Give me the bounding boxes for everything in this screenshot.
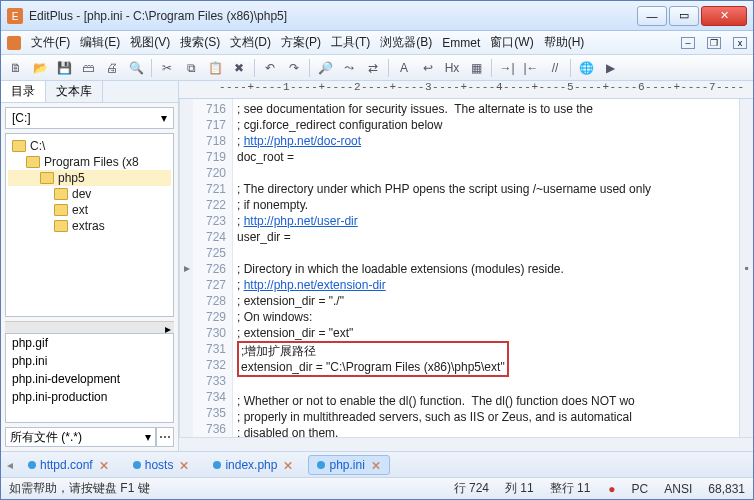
maximize-button[interactable]: ▭ [669, 6, 699, 26]
doc-tab-label: index.php [225, 458, 277, 472]
hex-button[interactable]: Hx [441, 57, 463, 79]
folder-icon [54, 188, 68, 200]
doc-tab-label: php.ini [329, 458, 364, 472]
doc-tab[interactable]: index.php⨯ [204, 455, 302, 475]
mdi-min-button[interactable]: – [681, 37, 695, 49]
record-icon[interactable]: ● [608, 482, 615, 496]
menu-emmet[interactable]: Emmet [442, 36, 480, 50]
doc-icon [317, 461, 325, 469]
cut-button[interactable]: ✂ [156, 57, 178, 79]
tree-label: C:\ [30, 139, 45, 153]
save-button[interactable]: 💾 [53, 57, 75, 79]
wrap-button[interactable]: ↩ [417, 57, 439, 79]
hscrollbar[interactable] [179, 437, 753, 451]
doc-link[interactable]: http://php.net/extension-dir [244, 278, 386, 292]
delete-button[interactable]: ✖ [228, 57, 250, 79]
menu-file[interactable]: 文件(F) [31, 34, 70, 51]
ruler: ----+----1----+----2----+----3----+----4… [179, 81, 753, 99]
mdi-restore-button[interactable]: ❐ [707, 37, 721, 49]
window-buttons: — ▭ ✕ [637, 6, 747, 26]
menu-browser[interactable]: 浏览器(B) [380, 34, 432, 51]
menu-help[interactable]: 帮助(H) [544, 34, 585, 51]
vscrollbar[interactable]: ▪ [739, 99, 753, 437]
tree-hscroll[interactable]: ▸ [5, 321, 174, 333]
preview-button[interactable]: 🔍 [125, 57, 147, 79]
status-size: 68,831 [708, 482, 745, 496]
file-filter[interactable]: 所有文件 (*.*) ▾ [5, 427, 156, 447]
web-button[interactable]: 🌐 [575, 57, 597, 79]
sidebar-tabs: 目录 文本库 [1, 81, 178, 103]
saveall-button[interactable]: 🗃 [77, 57, 99, 79]
new-button[interactable]: 🗎 [5, 57, 27, 79]
tree-item[interactable]: Program Files (x8 [8, 154, 171, 170]
findnext-button[interactable]: ⤳ [338, 57, 360, 79]
undo-button[interactable]: ↶ [259, 57, 281, 79]
file-item[interactable]: php.gif [6, 334, 173, 352]
close-icon[interactable]: ⨯ [371, 458, 381, 472]
doc-tab[interactable]: httpd.conf⨯ [19, 455, 118, 475]
editor: ----+----1----+----2----+----3----+----4… [179, 81, 753, 451]
menu-search[interactable]: 搜索(S) [180, 34, 220, 51]
doc-tab[interactable]: hosts⨯ [124, 455, 199, 475]
file-item[interactable]: php.ini-development [6, 370, 173, 388]
status-line: 行 724 [454, 480, 489, 497]
filter-config-button[interactable]: ⋯ [156, 427, 174, 447]
menu-view[interactable]: 视图(V) [130, 34, 170, 51]
doc-tab[interactable]: php.ini⨯ [308, 455, 389, 475]
code-content[interactable]: ; see documentation for security issues.… [233, 99, 739, 437]
paste-button[interactable]: 📋 [204, 57, 226, 79]
menu-edit[interactable]: 编辑(E) [80, 34, 120, 51]
titlebar[interactable]: E EditPlus - [php.ini - C:\Program Files… [1, 1, 753, 31]
statusbar: 如需帮助，请按键盘 F1 键 行 724 列 11 整行 11 ● PC ANS… [1, 477, 753, 499]
directory-tree[interactable]: C:\Program Files (x8php5devextextras [5, 133, 174, 317]
copy-button[interactable]: ⧉ [180, 57, 202, 79]
close-button[interactable]: ✕ [701, 6, 747, 26]
sidebar-tab-directory[interactable]: 目录 [1, 81, 46, 102]
menu-document[interactable]: 文档(D) [230, 34, 271, 51]
doc-link[interactable]: http://php.net/user-dir [244, 214, 358, 228]
file-list[interactable]: php.gifphp.iniphp.ini-developmentphp.ini… [5, 333, 174, 423]
highlighted-region: ;增加扩展路径extension_dir = "C:\Program Files… [237, 341, 509, 377]
close-icon[interactable]: ⨯ [179, 458, 189, 472]
tree-item[interactable]: extras [8, 218, 171, 234]
tree-item[interactable]: C:\ [8, 138, 171, 154]
tree-item[interactable]: ext [8, 202, 171, 218]
tree-item[interactable]: dev [8, 186, 171, 202]
outdent-button[interactable]: |← [520, 57, 542, 79]
status-col: 列 11 [505, 480, 534, 497]
file-item[interactable]: php.ini [6, 352, 173, 370]
replace-button[interactable]: ⇄ [362, 57, 384, 79]
fold-bar[interactable]: ▸ [179, 99, 193, 437]
print-button[interactable]: 🖨 [101, 57, 123, 79]
status-pc: PC [632, 482, 649, 496]
comment-button[interactable]: // [544, 57, 566, 79]
doc-link[interactable]: http://php.net/doc-root [244, 134, 361, 148]
font-button[interactable]: A [393, 57, 415, 79]
redo-button[interactable]: ↷ [283, 57, 305, 79]
folder-icon [54, 220, 68, 232]
open-button[interactable]: 📂 [29, 57, 51, 79]
code-area: ▸ 71671771871972072172272372472572672772… [179, 99, 753, 437]
menu-tool[interactable]: 工具(T) [331, 34, 370, 51]
run-button[interactable]: ▶ [599, 57, 621, 79]
sidebar-tab-textlib[interactable]: 文本库 [46, 81, 103, 102]
sidebar: 目录 文本库 [C:] ▾ C:\Program Files (x8php5de… [1, 81, 179, 451]
close-icon[interactable]: ⨯ [283, 458, 293, 472]
minimize-button[interactable]: — [637, 6, 667, 26]
menubar: 文件(F) 编辑(E) 视图(V) 搜索(S) 文档(D) 方案(P) 工具(T… [1, 31, 753, 55]
drive-selector[interactable]: [C:] ▾ [5, 107, 174, 129]
tree-item[interactable]: php5 [8, 170, 171, 186]
indent-button[interactable]: →| [496, 57, 518, 79]
folder-icon [26, 156, 40, 168]
menu-project[interactable]: 方案(P) [281, 34, 321, 51]
mdi-close-button[interactable]: x [733, 37, 747, 49]
close-icon[interactable]: ⨯ [99, 458, 109, 472]
app-icon: E [7, 8, 23, 24]
file-item[interactable]: php.ini-production [6, 388, 173, 406]
find-button[interactable]: 🔎 [314, 57, 336, 79]
tab-scroll-left-icon[interactable]: ◂ [7, 458, 13, 472]
filter-label: 所有文件 (*.*) [10, 429, 82, 446]
doc-icon [133, 461, 141, 469]
marker-button[interactable]: ▦ [465, 57, 487, 79]
menu-window[interactable]: 窗口(W) [490, 34, 533, 51]
